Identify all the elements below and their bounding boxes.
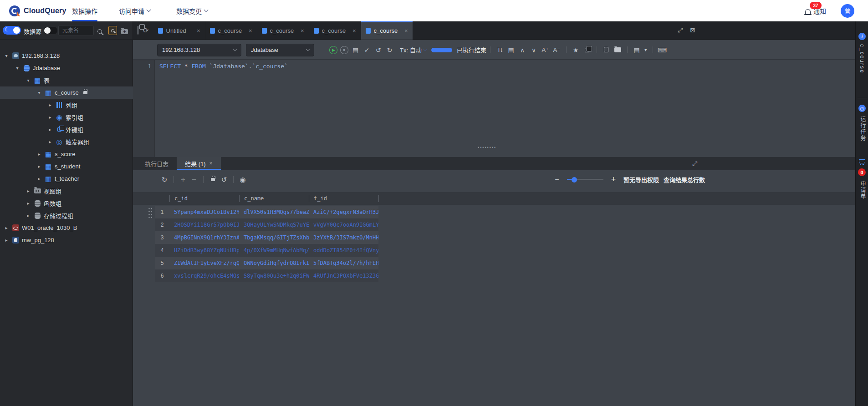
- table-row[interactable]: 4 HZiDdR3wy68YZqNUiUBpeZ... 4p/0XfW9mMHq…: [155, 244, 378, 257]
- expanded-arrow-icon[interactable]: ▾: [36, 90, 42, 95]
- expanded-arrow-icon[interactable]: ▾: [15, 66, 20, 71]
- editor-tab-c-course-1[interactable]: c_course ×: [205, 21, 257, 40]
- collapsed-arrow-icon[interactable]: ▸: [26, 213, 31, 218]
- rail-tab-running-tasks[interactable]: 运行任务: [859, 116, 867, 142]
- view-mode-icon[interactable]: ▤: [631, 46, 643, 54]
- tree-item-s-student[interactable]: ▸ ▦ s_student: [0, 160, 133, 173]
- column-header-t-id[interactable]: t_id: [309, 195, 378, 202]
- table-row[interactable]: 5 ZIWdAtIF1yEveXFz/rgQh4I6g... OWNoyGdiH…: [155, 257, 378, 269]
- collapsed-arrow-icon[interactable]: ▸: [26, 201, 31, 206]
- tree-item-foreign-key-group[interactable]: ▸ 外键组: [0, 123, 133, 136]
- editor-tab-untitled[interactable]: Untitled ×: [153, 21, 205, 40]
- collapsed-arrow-icon[interactable]: ▸: [47, 139, 53, 144]
- collapse-all-icon[interactable]: ∧: [517, 46, 528, 54]
- open-folder-icon[interactable]: [612, 46, 623, 54]
- syntax-check-icon[interactable]: ✓: [361, 46, 373, 54]
- tab-result-set[interactable]: 结果 (1) ×: [177, 157, 221, 170]
- tree-item-postgres-server[interactable]: ▸ mw_pg_128: [0, 234, 133, 246]
- undo-icon[interactable]: ↺: [373, 46, 384, 54]
- favorite-icon[interactable]: ★: [570, 46, 582, 54]
- collapsed-arrow-icon[interactable]: ▸: [36, 164, 42, 169]
- run-button[interactable]: ▶: [329, 46, 337, 54]
- tree-item-function-group[interactable]: ▸ 函数组: [0, 197, 133, 209]
- table-row[interactable]: 6 xvslcrqR29/ohcE4sMQsTWp... S8yTqw80Ou3…: [155, 269, 378, 282]
- mask-preview-icon[interactable]: ◉: [237, 176, 248, 184]
- close-result-tab-icon[interactable]: ×: [209, 160, 213, 167]
- editor-tab-c-course-2[interactable]: c_course ×: [257, 21, 309, 40]
- theme-toggle[interactable]: ☾: [3, 26, 21, 35]
- database-select[interactable]: Jdatabase: [246, 44, 314, 56]
- collapsed-arrow-icon[interactable]: ▸: [36, 152, 42, 157]
- user-avatar[interactable]: 普: [841, 0, 854, 21]
- document-search-icon[interactable]: [108, 26, 117, 35]
- rail-tab-requests[interactable]: 申请单: [859, 181, 867, 200]
- font-decrease-icon[interactable]: A⁻: [551, 46, 562, 53]
- sidebar-drag-handle[interactable]: [148, 207, 153, 219]
- nav-data-operations[interactable]: 数据操作: [72, 0, 97, 21]
- delete-row-icon[interactable]: −: [189, 175, 199, 184]
- editor-tab-c-course-3[interactable]: c_course ×: [309, 21, 361, 40]
- cart-icon[interactable]: [859, 159, 865, 163]
- tree-item-table-group[interactable]: ▾ ▦ 表: [0, 74, 133, 86]
- column-header-c-name[interactable]: c_name: [239, 195, 309, 202]
- tree-item-trigger-group[interactable]: ▸ ◎ 触发器组: [0, 136, 133, 148]
- font-increase-icon[interactable]: A⁺: [540, 46, 551, 53]
- server-select[interactable]: 192.168.3.128: [157, 44, 241, 56]
- nav-access-request[interactable]: 访问申请: [119, 0, 150, 21]
- format-sql-icon[interactable]: Tt: [494, 46, 505, 53]
- table-row[interactable]: 3 4MpBGINnX9Q1rhY3IznAwH... TbgaKMsqq/GI…: [155, 231, 378, 244]
- caret-down-icon[interactable]: ▾: [643, 47, 649, 52]
- editor-tab-c-course-4-active[interactable]: c_course ×: [361, 21, 413, 40]
- tree-item-s-score[interactable]: ▸ ▦ s_score: [0, 148, 133, 160]
- lock-result-icon[interactable]: [211, 178, 215, 181]
- tree-item-mysql-server[interactable]: ▾ 192.168.3.128: [0, 50, 133, 62]
- tree-item-column-group[interactable]: ▸ 列组: [0, 99, 133, 111]
- add-row-icon[interactable]: +: [178, 175, 189, 184]
- brand[interactable]: CloudQuery: [9, 0, 66, 21]
- collapsed-arrow-icon[interactable]: ▸: [47, 102, 53, 107]
- close-tab-icon[interactable]: ×: [197, 27, 200, 34]
- collapsed-arrow-icon[interactable]: ▸: [4, 225, 9, 230]
- expanded-arrow-icon[interactable]: ▾: [4, 53, 9, 58]
- sql-code-line[interactable]: SELECT * FROM `Jdatabase`.`c_course`: [159, 63, 288, 70]
- rail-tab-table-info[interactable]: c_course: [859, 44, 865, 74]
- collapsed-arrow-icon[interactable]: ▸: [26, 188, 31, 193]
- collapsed-arrow-icon[interactable]: ▸: [36, 176, 42, 181]
- close-tab-icon[interactable]: ×: [249, 27, 252, 34]
- results-fullscreen-icon[interactable]: ⤢: [692, 160, 697, 167]
- expand-all-icon[interactable]: ∨: [528, 46, 540, 54]
- table-row[interactable]: 1 5Ypanp4mxaDJCoIBvI2YWy... dlVX50s1H3MQ…: [155, 206, 378, 218]
- tree-item-t-teacher[interactable]: ▸ ▦ t_teacher: [0, 173, 133, 185]
- filter-toggle[interactable]: [44, 27, 57, 34]
- total-rows-button[interactable]: 查询结果总行数: [664, 175, 705, 184]
- fullscreen-icon[interactable]: ⤢: [678, 26, 683, 34]
- execution-plan-icon[interactable]: ▤: [350, 46, 361, 54]
- splitter-drag-handle[interactable]: ••••••••: [478, 145, 496, 150]
- collapsed-arrow-icon[interactable]: ▸: [4, 238, 9, 243]
- info-icon[interactable]: i: [858, 33, 866, 40]
- tree-item-c-course[interactable]: ▾ ▦ c_course: [0, 86, 133, 99]
- console-icon[interactable]: ⌨: [657, 46, 668, 54]
- column-header-c-id[interactable]: c_id: [169, 195, 239, 202]
- nav-data-change[interactable]: 数据变更: [176, 0, 208, 21]
- layout-icon[interactable]: ▤: [505, 46, 517, 54]
- zoom-in-icon[interactable]: +: [608, 175, 619, 184]
- sql-editor[interactable]: 1 SELECT * FROM `Jdatabase`.`c_course`: [133, 60, 855, 157]
- transaction-mode-label[interactable]: Tx: 自动: [400, 46, 422, 54]
- new-folder-icon[interactable]: [121, 28, 128, 36]
- collapsed-arrow-icon[interactable]: ▸: [47, 127, 53, 132]
- page-size-slider[interactable]: [567, 179, 603, 180]
- tree-item-oracle-server[interactable]: ▸ W01_oracle_1030_B: [0, 222, 133, 234]
- expanded-arrow-icon[interactable]: ▾: [26, 78, 31, 83]
- stop-button[interactable]: ■: [340, 46, 348, 54]
- revert-icon[interactable]: ↺: [219, 176, 230, 184]
- slider-knob[interactable]: [572, 177, 577, 183]
- table-row[interactable]: 2 2HOSDYii18Gr57pOb0IJEnA... 3QHayULYwSN…: [155, 218, 378, 231]
- tree-item-index-group[interactable]: ▸ ◉ 索引组: [0, 111, 133, 123]
- chevron-down-icon[interactable]: [423, 47, 427, 51]
- save-file-icon[interactable]: [601, 46, 612, 54]
- close-tab-icon[interactable]: ×: [352, 27, 356, 34]
- zoom-out-icon[interactable]: −: [551, 176, 562, 184]
- restore-panel-icon[interactable]: [138, 26, 138, 35]
- notification-button[interactable]: 37 通知: [805, 0, 826, 21]
